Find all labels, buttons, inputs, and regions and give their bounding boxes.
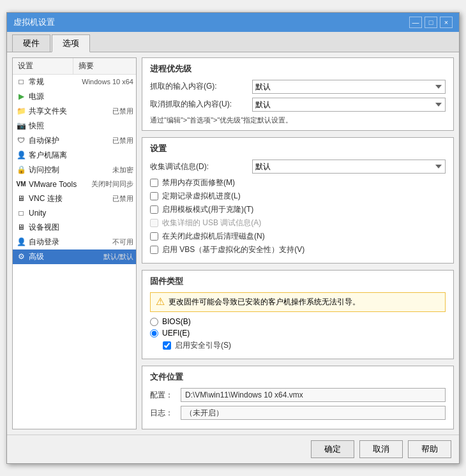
config-file-label: 配置： bbox=[150, 390, 176, 401]
priority-section-title: 进程优先级 bbox=[150, 63, 446, 75]
nav-item-autologin[interactable]: 👤 自动登录 不可用 bbox=[13, 235, 136, 249]
nav-item-device-view[interactable]: 🖥 设备视图 bbox=[13, 220, 136, 235]
nav-item-power[interactable]: ▶ 电源 bbox=[13, 89, 136, 104]
ok-button[interactable]: 确定 bbox=[311, 440, 354, 458]
disable-mem-trim-checkbox[interactable] bbox=[150, 179, 158, 187]
nav-label-power: 电源 bbox=[29, 91, 133, 102]
nav-summary-advanced: 默认/默认 bbox=[103, 252, 133, 262]
tab-hardware[interactable]: 硬件 bbox=[12, 34, 50, 52]
checkbox-log-progress: 定期记录虚拟机进度(L) bbox=[150, 191, 446, 202]
firmware-warning-text: 更改固件可能会导致已安装的客户机操作系统无法引导。 bbox=[169, 297, 360, 308]
right-panel: 进程优先级 抓取的输入内容(G): 默认 取消抓取的输入内容(U): 默认 通过… bbox=[142, 57, 454, 429]
priority-section: 进程优先级 抓取的输入内容(G): 默认 取消抓取的输入内容(U): 默认 通过… bbox=[142, 57, 454, 131]
collect-debug-select[interactable]: 默认 bbox=[252, 160, 446, 174]
nav-item-general[interactable]: □ 常规 Windows 10 x64 bbox=[13, 75, 136, 89]
nav-label-vnc: VNC 连接 bbox=[29, 193, 112, 204]
nav-item-shared-folder[interactable]: 📁 共享文件夹 已禁用 bbox=[13, 104, 136, 119]
uefi-radio[interactable] bbox=[150, 329, 158, 338]
window-title: 虚拟机设置 bbox=[13, 17, 55, 28]
checkbox-disable-mem-trim: 禁用内存页面修整(M) bbox=[150, 177, 446, 188]
nav-label-access-ctrl: 访问控制 bbox=[29, 165, 112, 175]
secure-boot-row: 启用安全引导(S) bbox=[163, 340, 446, 351]
vnc-icon: 🖥 bbox=[15, 193, 27, 204]
ungrab-input-label: 取消抓取的输入内容(U): bbox=[150, 99, 252, 110]
guest-iso-icon: 👤 bbox=[15, 150, 27, 160]
main-window: 虚拟机设置 — □ × 硬件 选项 设置 摘要 □ 常规 Windows 10 … bbox=[6, 12, 460, 464]
nav-item-guest-iso[interactable]: 👤 客户机隔离 bbox=[13, 148, 136, 163]
ungrab-input-row: 取消抓取的输入内容(U): 默认 bbox=[150, 98, 446, 112]
checkbox-vbs: 启用 VBS（基于虚拟化的安全性）支持(V) bbox=[150, 244, 446, 255]
nav-label-autologin: 自动登录 bbox=[29, 237, 112, 248]
vmware-tools-icon: VM bbox=[15, 179, 27, 190]
left-nav-panel: 设置 摘要 □ 常规 Windows 10 x64 ▶ 电源 📁 共享文件夹 已… bbox=[12, 57, 137, 429]
log-progress-label: 定期记录虚拟机进度(L) bbox=[162, 191, 241, 202]
radio-bios-row: BIOS(B) bbox=[150, 317, 446, 326]
nav-summary-access-ctrl: 未加密 bbox=[112, 165, 133, 175]
vbs-checkbox[interactable] bbox=[150, 246, 158, 254]
nav-summary-general: Windows 10 x64 bbox=[82, 78, 133, 86]
nav-item-autoprotect[interactable]: 🛡 自动保护 已禁用 bbox=[13, 133, 136, 148]
nav-item-vmware-tools[interactable]: VM VMware Tools 关闭时间同步 bbox=[13, 177, 136, 191]
nav-item-unity[interactable]: □ Unity bbox=[13, 206, 136, 220]
radio-uefi-row: UEFI(E) bbox=[150, 329, 446, 338]
access-ctrl-icon: 🔒 bbox=[15, 165, 27, 175]
cancel-button[interactable]: 取消 bbox=[359, 440, 403, 458]
config-file-input[interactable] bbox=[181, 388, 446, 402]
grab-input-select[interactable]: 默认 bbox=[252, 80, 446, 94]
checkbox-template-mode: 启用模板模式(用于克隆)(T) bbox=[150, 204, 446, 215]
secure-boot-label: 启用安全引导(S) bbox=[175, 340, 231, 351]
checkbox-collect-usb: 收集详细的 USB 调试信息(A) bbox=[150, 218, 446, 228]
firmware-section-title: 固件类型 bbox=[150, 276, 446, 287]
log-file-label: 日志： bbox=[150, 408, 176, 419]
template-mode-checkbox[interactable] bbox=[150, 205, 158, 214]
nav-label-general: 常规 bbox=[29, 77, 82, 87]
nav-label-shared-folder: 共享文件夹 bbox=[29, 106, 112, 117]
settings-section: 设置 收集调试信息(D): 默认 禁用内存页面修整(M) 定期记录虚拟机进度(L… bbox=[142, 137, 454, 264]
nav-label-guest-iso: 客户机隔离 bbox=[29, 150, 133, 161]
unity-icon: □ bbox=[15, 208, 27, 218]
maximize-button[interactable]: □ bbox=[425, 17, 437, 28]
general-icon: □ bbox=[15, 77, 27, 87]
advanced-icon: ⚙ bbox=[15, 251, 27, 262]
collect-debug-row: 收集调试信息(D): 默认 bbox=[150, 160, 446, 174]
nav-item-access-ctrl[interactable]: 🔒 访问控制 未加密 bbox=[13, 163, 136, 177]
collect-usb-checkbox bbox=[150, 219, 158, 227]
file-section: 文件位置 配置： 日志： bbox=[142, 366, 454, 429]
nav-summary-autologin: 不可用 bbox=[112, 237, 133, 247]
nav-summary-shared-folder: 已禁用 bbox=[112, 107, 133, 116]
help-button[interactable]: 帮助 bbox=[408, 440, 451, 458]
collect-debug-label: 收集调试信息(D): bbox=[150, 161, 252, 172]
tab-options[interactable]: 选项 bbox=[52, 34, 90, 52]
grab-input-row: 抓取的输入内容(G): 默认 bbox=[150, 80, 446, 94]
nav-summary-vnc: 已禁用 bbox=[112, 194, 133, 204]
left-panel-header: 设置 摘要 bbox=[13, 58, 136, 75]
main-content: 设置 摘要 □ 常规 Windows 10 x64 ▶ 电源 📁 共享文件夹 已… bbox=[7, 52, 459, 435]
bios-label: BIOS(B) bbox=[162, 317, 191, 326]
autologin-icon: 👤 bbox=[15, 237, 27, 247]
clean-disk-checkbox[interactable] bbox=[150, 232, 158, 241]
log-file-row: 日志： bbox=[150, 406, 446, 420]
ungrab-input-select[interactable]: 默认 bbox=[252, 98, 446, 112]
nav-summary-vmware-tools: 关闭时间同步 bbox=[91, 179, 133, 189]
minimize-button[interactable]: — bbox=[409, 17, 422, 28]
power-icon: ▶ bbox=[15, 91, 27, 101]
nav-label-advanced: 高级 bbox=[29, 251, 103, 262]
log-file-input[interactable] bbox=[181, 406, 446, 420]
log-progress-checkbox[interactable] bbox=[150, 192, 158, 200]
bottom-bar: 确定 取消 帮助 bbox=[7, 435, 459, 463]
template-mode-label: 启用模板模式(用于克隆)(T) bbox=[162, 204, 253, 215]
nav-item-vnc[interactable]: 🖥 VNC 连接 已禁用 bbox=[13, 191, 136, 206]
secure-boot-checkbox[interactable] bbox=[163, 341, 171, 350]
warning-icon: ⚠ bbox=[156, 297, 165, 307]
nav-item-advanced[interactable]: ⚙ 高级 默认/默认 bbox=[13, 249, 136, 264]
vbs-label: 启用 VBS（基于虚拟化的安全性）支持(V) bbox=[162, 244, 304, 255]
shared-folder-icon: 📁 bbox=[15, 106, 27, 116]
nav-label-snapshot: 快照 bbox=[29, 121, 133, 131]
uefi-label: UEFI(E) bbox=[162, 329, 190, 338]
nav-label-vmware-tools: VMware Tools bbox=[29, 180, 91, 189]
close-button[interactable]: × bbox=[440, 17, 453, 28]
col-header-summary: 摘要 bbox=[73, 58, 136, 74]
nav-item-snapshot[interactable]: 📷 快照 bbox=[13, 119, 136, 133]
bios-radio[interactable] bbox=[150, 318, 158, 326]
priority-hint: 通过"编辑">"首选项">"优先级"指定默认设置。 bbox=[150, 115, 446, 125]
